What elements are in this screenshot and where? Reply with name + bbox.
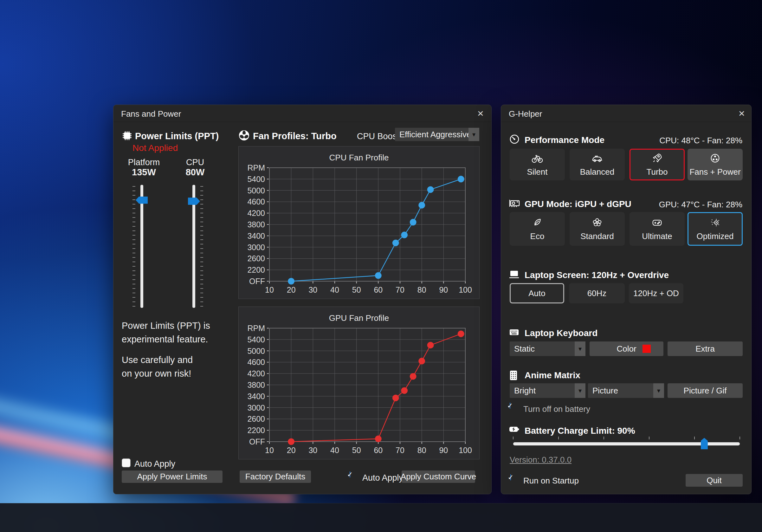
matrix-mode-value: Picture [592,383,618,398]
svg-text:10: 10 [265,285,274,294]
version-link[interactable]: Version: 0.37.0.0 [510,455,572,465]
matrix-picture-gif-button[interactable]: Picture / Gif [667,383,743,398]
fan-profiles-header: Fan Profiles: Turbo [253,131,337,141]
cpu-boost-label: CPU Boost [357,131,399,141]
svg-text:60: 60 [374,285,383,294]
svg-text:2200: 2200 [247,266,265,274]
gpu-button-ultimate[interactable]: Ultimate [630,212,685,246]
run-on-startup-checkbox[interactable] [510,474,511,480]
factory-defaults-button[interactable]: Factory Defaults [240,471,311,483]
cpu-slider-ticks [200,186,203,307]
svg-text:20: 20 [287,285,296,294]
chevron-down-icon[interactable] [575,342,585,356]
gpu-button-optimized[interactable]: Optimized [688,212,743,246]
gpu-fan-chart[interactable]: GPU Fan ProfileRPM5400500046004200380034… [239,307,479,459]
battery-slider-thumb[interactable] [701,438,708,449]
cpu-value: 80W [177,167,213,178]
keyboard-mode-dropdown[interactable]: Static [510,342,585,356]
svg-text:5000: 5000 [247,186,265,195]
svg-text:100: 100 [459,285,472,294]
cpu-fan-chart-panel[interactable]: CPU Fan ProfileRPM5400500046004200380034… [238,146,480,299]
gpu-button-eco[interactable]: Eco [510,212,565,246]
svg-text:2600: 2600 [247,415,265,423]
battery-limit-header: Battery Charge Limit: 90% [525,426,635,436]
perf-button-fans-power[interactable]: Fans + Power [688,149,743,181]
platform-slider-thumb[interactable] [136,196,148,204]
svg-text:3000: 3000 [247,243,265,252]
close-icon[interactable]: × [735,107,748,119]
cpu-temp-status: CPU: 48°C - Fan: 28% [659,136,742,145]
svg-text:5400: 5400 [247,175,265,184]
gpu-button-label: Eco [530,231,545,241]
svg-text:100: 100 [459,446,472,455]
keyboard-color-button[interactable]: Color [589,342,663,356]
matrix-battery-checkbox[interactable] [510,403,510,409]
chevron-down-icon[interactable] [653,383,664,398]
gpu-temp-status: GPU: 47°C - Fan: 28% [659,200,742,209]
matrix-brightness-dropdown[interactable]: Bright [510,383,585,398]
apply-custom-curve-button[interactable]: Apply Custom Curve [402,471,475,483]
perf-button-label: Turbo [647,167,668,177]
power-limits-header: Power Limits (PPT) [135,131,219,141]
keyboard-mode-value: Static [514,342,535,356]
svg-text:60: 60 [374,446,383,455]
gpu-button-standard[interactable]: Standard [570,212,625,246]
fan-icon [709,152,721,164]
gpu-card-icon [509,198,520,208]
gpu-button-label: Ultimate [642,231,672,241]
bicycle-icon [531,152,543,164]
taskbar: >_ G G ENG 2:00 PM 3/23/2023 [0,503,762,532]
chip-icon [122,130,132,141]
power-limits-warning-1: Power Limits (PPT) is experimental featu… [122,319,210,346]
battery-tick [513,436,513,439]
svg-text:3800: 3800 [247,380,265,389]
perf-button-label: Fans + Power [689,167,740,177]
anime-matrix-header: Anime Matrix [525,370,580,380]
apply-power-limits-button[interactable]: Apply Power Limits [122,471,222,483]
svg-text:4600: 4600 [247,358,265,366]
chevron-down-icon[interactable] [575,383,585,398]
close-icon[interactable]: × [474,107,487,119]
perf-button-balanced[interactable]: Balanced [570,149,625,181]
gpu-fan-chart-panel[interactable]: GPU Fan ProfileRPM5400500046004200380034… [238,307,480,459]
window-title: Fans and Power [121,109,181,119]
svg-text:3800: 3800 [247,220,265,229]
performance-mode-header: Performance Mode [525,135,604,145]
battery-tick [558,436,559,439]
svg-text:50: 50 [352,446,361,455]
titlebar-divider [501,122,751,122]
matrix-mode-dropdown[interactable]: Picture [588,383,664,398]
svg-text:20: 20 [287,446,296,455]
perf-button-turbo[interactable]: Turbo [630,149,685,181]
quit-button[interactable]: Quit [686,474,743,487]
run-on-startup-label: Run on Startup [523,476,579,486]
auto-apply-curve-checkbox[interactable] [349,472,350,478]
battery-icon [509,425,519,433]
power-limits-status: Not Applied [132,143,178,153]
auto-sparkle-icon [709,216,721,229]
platform-slider-ticks [132,186,135,307]
matrix-brightness-value: Bright [514,383,536,398]
rocket-icon [651,152,663,164]
screen-button-auto[interactable]: Auto [510,283,564,303]
car-icon [591,152,603,164]
svg-text:4200: 4200 [247,369,265,378]
perf-button-silent[interactable]: Silent [510,149,565,181]
keyboard-extra-button[interactable]: Extra [667,342,743,356]
speedometer-icon [509,134,519,144]
matrix-battery-label: Turn off on battery [523,404,590,414]
battery-tick [694,436,695,439]
svg-text:5400: 5400 [247,335,265,344]
anime-matrix-icon [509,370,518,381]
svg-text:80: 80 [418,446,426,455]
cpu-fan-chart[interactable]: CPU Fan ProfileRPM5400500046004200380034… [239,146,479,299]
chevron-down-icon[interactable] [469,128,479,141]
svg-text:40: 40 [330,285,339,294]
screen-button-120hz-od[interactable]: 120Hz + OD [629,283,683,303]
laptop-screen-icon [509,270,519,279]
auto-apply-power-checkbox[interactable] [122,458,130,467]
ghelper-window: G-Helper × Performance Mode CPU: 48°C - … [501,105,751,494]
cpu-boost-dropdown[interactable]: Efficient Aggressive [395,128,479,141]
cpu-slider-thumb[interactable] [188,197,200,205]
screen-button-60hz[interactable]: 60Hz [569,283,625,303]
